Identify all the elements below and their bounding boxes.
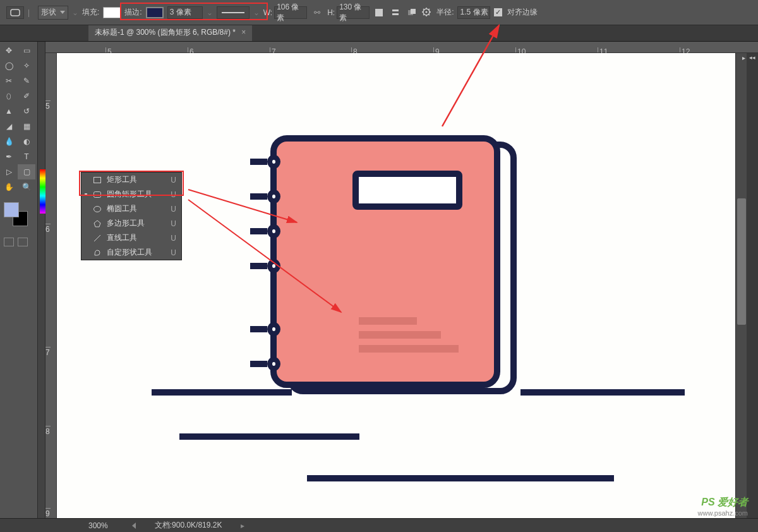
vertical-scrollbar[interactable]: ▸ — [735, 53, 747, 518]
shape-tool[interactable]: ▢ — [18, 164, 35, 179]
stroke-swatch[interactable] — [146, 7, 164, 18]
svg-rect-11 — [94, 191, 101, 197]
patch-tool[interactable]: ⬯ — [0, 88, 18, 104]
chevron-right-icon[interactable]: ▸ — [241, 521, 244, 530]
svg-point-12 — [94, 206, 101, 212]
toolbox: ✥ ▭ ◯ ✧ ✂ ✎ ⬯ ✐ ▲ ↺ ◢ ▦ 💧 ◐ ✒ T — [0, 42, 38, 518]
align-edges-checkbox[interactable]: ✓ — [494, 8, 502, 16]
gear-icon[interactable] — [421, 7, 433, 18]
magic-wand-tool[interactable]: ✧ — [18, 58, 35, 73]
notebook-label — [352, 171, 462, 210]
height-group: H: 130 像素 — [327, 6, 370, 19]
mode-label: 形状 — [41, 7, 56, 18]
svg-rect-3 — [392, 13, 399, 15]
shape-tool-flyout: 矩形工具 U 圆角矩形工具 U 椭圆工具 U 多边形工具 U 直线工具 U 自定… — [81, 172, 182, 260]
canvas[interactable] — [57, 53, 735, 518]
options-bar: | 形状 ⌄ 填充: 描边: 3 像素 ⌄ ⌄ W: 106 像素 ⚯ H: 1… — [0, 0, 758, 25]
panel-dock[interactable]: ◂◂ — [747, 53, 758, 518]
width-input[interactable]: 106 像素 — [274, 6, 307, 19]
scroll-left-icon[interactable] — [132, 523, 136, 529]
stamp-tool[interactable]: ▲ — [0, 104, 18, 119]
notebook-textline — [359, 331, 441, 339]
lasso-tool[interactable]: ◯ — [0, 58, 18, 73]
brush-tool[interactable]: ✐ — [18, 88, 35, 104]
ring — [250, 356, 280, 372]
shortcut-key: U — [171, 219, 176, 228]
stroke-style-dropdown[interactable] — [217, 6, 250, 19]
chevron-down-icon — [60, 11, 65, 14]
canvas-wrap: 5 6 7 8 9 10 11 12 5 6 7 8 9 — [45, 42, 758, 518]
svg-rect-2 — [392, 9, 399, 11]
width-group: W: 106 像素 — [263, 6, 307, 19]
path-op-icon[interactable] — [373, 7, 385, 18]
crop-tool[interactable]: ✂ — [0, 73, 18, 88]
document-tabs: 未标题-1 @ 300% (圆角矩形 6, RGB/8#) * × — [0, 25, 758, 42]
w-label: W: — [263, 8, 272, 17]
flyout-custom-shape[interactable]: 自定形状工具 U — [81, 245, 181, 260]
chevron-down-icon: ⌄ — [253, 8, 260, 17]
zoom-tool[interactable]: 🔍 — [18, 179, 35, 195]
svg-point-7 — [426, 11, 428, 13]
foreground-swatch[interactable] — [4, 202, 19, 217]
screenmode-icon[interactable] — [18, 238, 28, 246]
chevron-left-icon[interactable]: ◂◂ — [747, 53, 758, 61]
eyedropper-tool[interactable]: ✎ — [18, 73, 35, 88]
arrange-icon[interactable] — [406, 7, 418, 18]
pen-tool[interactable]: ✒ — [0, 149, 18, 164]
fill-swatch[interactable] — [103, 7, 121, 18]
gradient-tool[interactable]: ▦ — [18, 119, 35, 134]
rounded-rectangle-icon — [93, 190, 102, 199]
flyout-polygon[interactable]: 多边形工具 U — [81, 216, 181, 231]
path-op-icons — [373, 7, 418, 18]
path-select-tool[interactable]: ▷ — [0, 164, 18, 179]
ring — [250, 322, 280, 337]
expand-arrow-icon[interactable]: ▸ — [742, 54, 745, 61]
tool-preset-icon[interactable] — [6, 6, 24, 19]
notebook-front — [270, 135, 500, 388]
chevron-down-icon: ⌄ — [207, 8, 213, 17]
art-line — [179, 433, 359, 440]
svg-rect-1 — [375, 9, 383, 16]
notebook-textline — [359, 345, 459, 353]
artboard-tool[interactable]: ▭ — [18, 43, 35, 58]
mode-dropdown[interactable]: 形状 — [38, 6, 68, 20]
zoom-field[interactable]: 300% — [88, 521, 108, 530]
shortcut-key: U — [171, 190, 176, 199]
align-icon[interactable] — [390, 7, 401, 18]
shortcut-key: U — [171, 205, 176, 214]
document-tab[interactable]: 未标题-1 @ 300% (圆角矩形 6, RGB/8#) * × — [88, 24, 252, 41]
eraser-tool[interactable]: ◢ — [0, 119, 18, 134]
ellipse-icon — [93, 205, 102, 214]
stroke-label: 描边: — [124, 7, 141, 18]
flyout-rounded-rectangle[interactable]: 圆角矩形工具 U — [81, 187, 181, 202]
line-icon — [222, 12, 244, 13]
quickmask-icon[interactable] — [4, 238, 14, 246]
move-tool[interactable]: ✥ — [0, 43, 18, 58]
flyout-ellipse[interactable]: 椭圆工具 U — [81, 202, 181, 216]
ruler-vertical[interactable]: 5 6 7 8 9 — [45, 53, 57, 518]
flyout-line[interactable]: 直线工具 U — [81, 231, 181, 245]
height-input[interactable]: 130 像素 — [337, 6, 370, 19]
link-icon[interactable]: ⚯ — [311, 6, 323, 19]
type-tool[interactable]: T — [18, 149, 35, 164]
ruler-horizontal[interactable]: 5 6 7 8 9 10 11 12 — [45, 42, 758, 53]
notebook-textline — [359, 317, 417, 325]
art-line — [307, 475, 614, 481]
scroll-thumb[interactable] — [737, 198, 746, 325]
document-title: 未标题-1 @ 300% (圆角矩形 6, RGB/8#) * — [95, 28, 236, 37]
svg-rect-5 — [411, 9, 416, 14]
canvas-row: 5 6 7 8 9 — [45, 53, 758, 518]
color-swatches[interactable] — [4, 202, 28, 226]
align-edges-label: 对齐边缘 — [507, 7, 538, 18]
svg-rect-10 — [94, 177, 101, 183]
dodge-tool[interactable]: ◐ — [18, 134, 35, 149]
blur-tool[interactable]: 💧 — [0, 134, 18, 149]
stroke-width-input[interactable]: 3 像素 — [167, 6, 203, 19]
svg-rect-0 — [11, 9, 20, 16]
radius-input[interactable]: 1.5 像素 — [457, 6, 490, 19]
history-brush-tool[interactable]: ↺ — [18, 104, 35, 119]
h-label: H: — [327, 8, 335, 17]
close-icon[interactable]: × — [241, 28, 246, 37]
flyout-rectangle[interactable]: 矩形工具 U — [81, 172, 181, 187]
hand-tool[interactable]: ✋ — [0, 179, 18, 195]
